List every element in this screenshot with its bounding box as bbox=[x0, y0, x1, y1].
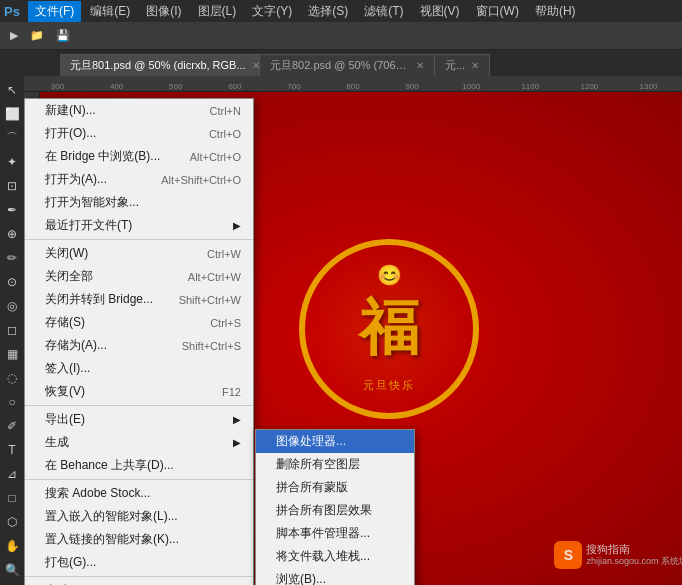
menu-stock[interactable]: 搜索 Adobe Stock... bbox=[25, 482, 253, 505]
export-arrow: ▶ bbox=[233, 414, 241, 425]
tool-select[interactable]: ⬜ bbox=[2, 104, 22, 124]
generate-arrow: ▶ bbox=[233, 437, 241, 448]
menu-layer[interactable]: 图层(L) bbox=[191, 1, 244, 22]
menu-automate[interactable]: 自动(U) ▶ bbox=[25, 579, 253, 585]
tool-3d[interactable]: ⬡ bbox=[2, 512, 22, 532]
ruler-horizontal: 300 400 500 600 700 800 900 1000 1100 12… bbox=[24, 76, 682, 92]
tool-dodge[interactable]: ○ bbox=[2, 392, 22, 412]
menu-bar: Ps 文件(F) 编辑(E) 图像(I) 图层(L) 文字(Y) 选择(S) 滤… bbox=[0, 0, 682, 22]
menu-generate[interactable]: 生成 ▶ bbox=[25, 431, 253, 454]
cny-design: 福 😊 元旦快乐 bbox=[299, 239, 499, 439]
main-area: ↖ ⬜ ⌒ ✦ ⊡ ✒ ⊕ ✏ ⊙ ◎ ◻ ▦ ◌ ○ ✐ T ⊿ □ ⬡ ✋ … bbox=[0, 76, 682, 585]
menu-revert[interactable]: 恢复(V) F12 bbox=[25, 380, 253, 403]
menu-select[interactable]: 选择(S) bbox=[301, 1, 355, 22]
menu-text[interactable]: 文字(Y) bbox=[245, 1, 299, 22]
menu-open-smart[interactable]: 打开为智能对象... bbox=[25, 191, 253, 214]
file-menu-dropdown[interactable]: 新建(N)... Ctrl+N 打开(O)... Ctrl+O 在 Bridge… bbox=[24, 98, 254, 585]
toolbox: ↖ ⬜ ⌒ ✦ ⊡ ✒ ⊕ ✏ ⊙ ◎ ◻ ▦ ◌ ○ ✐ T ⊿ □ ⬡ ✋ … bbox=[0, 76, 24, 585]
menu-browse-bridge[interactable]: 在 Bridge 中浏览(B)... Alt+Ctrl+O bbox=[25, 145, 253, 168]
submenu-load-files[interactable]: 将文件载入堆栈... bbox=[256, 545, 414, 568]
menu-edit[interactable]: 编辑(E) bbox=[83, 1, 137, 22]
menu-view[interactable]: 视图(V) bbox=[413, 1, 467, 22]
tool-heal[interactable]: ⊕ bbox=[2, 224, 22, 244]
watermark-logo: S bbox=[554, 541, 582, 569]
tool-history[interactable]: ◎ bbox=[2, 296, 22, 316]
tool-text[interactable]: T bbox=[2, 440, 22, 460]
tool-eyedropper[interactable]: ✒ bbox=[2, 200, 22, 220]
tool-move[interactable]: ↖ bbox=[2, 80, 22, 100]
script-submenu[interactable]: 图像处理器... 删除所有空图层 拼合所有蒙版 拼合所有图层效果 脚本事件管理器… bbox=[255, 429, 415, 585]
menu-behance[interactable]: 在 Behance 上共享(D)... bbox=[25, 454, 253, 477]
tool-blur[interactable]: ◌ bbox=[2, 368, 22, 388]
menu-filter[interactable]: 滤镜(T) bbox=[357, 1, 410, 22]
cny-face-decoration: 😊 bbox=[377, 263, 402, 287]
submenu-delete-empty-layers[interactable]: 删除所有空图层 bbox=[256, 453, 414, 476]
tab-1[interactable]: 元旦802.psd @ 50% (706d994058dc38d3a9d872.… bbox=[260, 54, 435, 76]
submenu-flatten-masks[interactable]: 拼合所有蒙版 bbox=[256, 476, 414, 499]
submenu-image-processor[interactable]: 图像处理器... bbox=[256, 430, 414, 453]
sep-1 bbox=[25, 239, 253, 240]
tool-path[interactable]: ⊿ bbox=[2, 464, 22, 484]
toolbar: ▶ 📁 💾 bbox=[0, 22, 682, 50]
tab-0[interactable]: 元旦801.psd @ 50% (dicrxb, RGB... ✕ bbox=[60, 54, 260, 76]
tab-close-0[interactable]: ✕ bbox=[252, 60, 260, 71]
tool-clone[interactable]: ⊙ bbox=[2, 272, 22, 292]
submenu-event-manager[interactable]: 脚本事件管理器... bbox=[256, 522, 414, 545]
toolbar-open[interactable]: 📁 bbox=[26, 27, 48, 44]
tool-pen[interactable]: ✐ bbox=[2, 416, 22, 436]
tool-eraser[interactable]: ◻ bbox=[2, 320, 22, 340]
tab-close-1[interactable]: ✕ bbox=[416, 60, 424, 71]
menu-export[interactable]: 导出(E) ▶ bbox=[25, 408, 253, 431]
tool-zoom[interactable]: 🔍 bbox=[2, 560, 22, 580]
menu-close[interactable]: 关闭(W) Ctrl+W bbox=[25, 242, 253, 265]
submenu-flatten-effects[interactable]: 拼合所有图层效果 bbox=[256, 499, 414, 522]
menu-place-link[interactable]: 置入链接的智能对象(K)... bbox=[25, 528, 253, 551]
menu-save-as[interactable]: 存储为(A)... Shift+Ctrl+S bbox=[25, 334, 253, 357]
tool-hand[interactable]: ✋ bbox=[2, 536, 22, 556]
cny-fu-character: 福 bbox=[359, 288, 419, 369]
menu-new[interactable]: 新建(N)... Ctrl+N bbox=[25, 99, 253, 122]
tool-gradient[interactable]: ▦ bbox=[2, 344, 22, 364]
menu-close-bridge[interactable]: 关闭并转到 Bridge... Shift+Ctrl+W bbox=[25, 288, 253, 311]
menu-recent[interactable]: 最近打开文件(T) ▶ bbox=[25, 214, 253, 237]
sep-3 bbox=[25, 479, 253, 480]
menu-close-all[interactable]: 关闭全部 Alt+Ctrl+W bbox=[25, 265, 253, 288]
tab-bar: 元旦801.psd @ 50% (dicrxb, RGB... ✕ 元旦802.… bbox=[0, 50, 682, 76]
recent-arrow: ▶ bbox=[233, 220, 241, 231]
cny-circle: 福 😊 元旦快乐 bbox=[299, 239, 479, 419]
tool-brush[interactable]: ✏ bbox=[2, 248, 22, 268]
watermark: S 搜狗指南 zhijian.sogou.com 系统城 bbox=[554, 541, 682, 569]
tool-shape[interactable]: □ bbox=[2, 488, 22, 508]
menu-save[interactable]: 存储(S) Ctrl+S bbox=[25, 311, 253, 334]
sep-4 bbox=[25, 576, 253, 577]
menu-place-embed[interactable]: 置入嵌入的智能对象(L)... bbox=[25, 505, 253, 528]
menu-image[interactable]: 图像(I) bbox=[139, 1, 188, 22]
tool-lasso[interactable]: ⌒ bbox=[2, 128, 22, 148]
ps-logo: Ps bbox=[4, 4, 20, 19]
submenu-browse[interactable]: 浏览(B)... bbox=[256, 568, 414, 585]
tool-magic[interactable]: ✦ bbox=[2, 152, 22, 172]
tool-crop[interactable]: ⊡ bbox=[2, 176, 22, 196]
canvas-area: 300 400 500 600 700 800 900 1000 1100 12… bbox=[24, 76, 682, 585]
menu-checkin[interactable]: 签入(I)... bbox=[25, 357, 253, 380]
menu-package[interactable]: 打包(G)... bbox=[25, 551, 253, 574]
menu-file[interactable]: 文件(F) bbox=[28, 1, 81, 22]
cny-bottom-text: 元旦快乐 bbox=[363, 378, 415, 393]
menu-open[interactable]: 打开(O)... Ctrl+O bbox=[25, 122, 253, 145]
sep-2 bbox=[25, 405, 253, 406]
menu-window[interactable]: 窗口(W) bbox=[469, 1, 526, 22]
tab-close-2[interactable]: ✕ bbox=[471, 60, 479, 71]
menu-open-as[interactable]: 打开为(A)... Alt+Shift+Ctrl+O bbox=[25, 168, 253, 191]
toolbar-new[interactable]: ▶ bbox=[6, 27, 22, 44]
tab-2[interactable]: 元... ✕ bbox=[435, 54, 490, 76]
watermark-text: 搜狗指南 zhijian.sogou.com 系统城 bbox=[586, 542, 682, 568]
menu-help[interactable]: 帮助(H) bbox=[528, 1, 583, 22]
toolbar-save[interactable]: 💾 bbox=[52, 27, 74, 44]
